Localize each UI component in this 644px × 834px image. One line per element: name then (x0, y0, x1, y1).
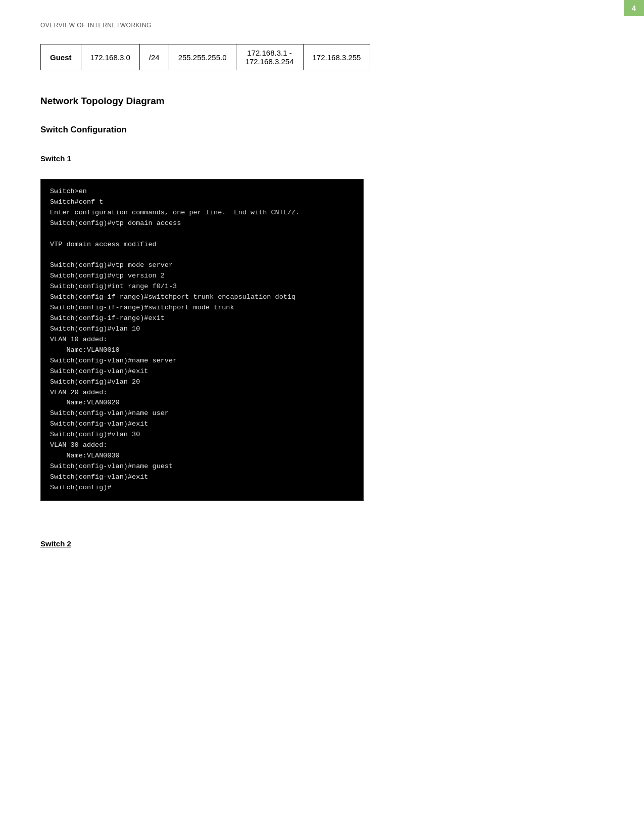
terminal-line: Switch(config-vlan)#name user (50, 408, 354, 419)
table-cell-network: 172.168.3.0 (81, 44, 139, 70)
terminal-line: Switch(config)#vtp mode server (50, 260, 354, 271)
table-cell-subnet: 255.255.255.0 (169, 44, 236, 70)
terminal-line: Switch(config-vlan)#exit (50, 419, 354, 430)
switch2-label: Switch 2 (40, 539, 604, 548)
page-number-badge: 4 (624, 0, 644, 16)
topology-heading: Network Topology Diagram (40, 96, 604, 107)
terminal-block-switch1: Switch>en Switch#conf t Enter configurat… (40, 179, 364, 501)
page-number: 4 (632, 4, 636, 12)
terminal-line: Switch(config-vlan)#exit (50, 472, 354, 483)
terminal-line (50, 229, 354, 240)
terminal-line: Name:VLAN0010 (50, 345, 354, 356)
terminal-line: VLAN 30 added: (50, 440, 354, 451)
table-cell-cidr: /24 (139, 44, 169, 70)
terminal-line: VLAN 20 added: (50, 388, 354, 398)
table-cell-host-range: 172.168.3.1 -172.168.3.254 (236, 44, 303, 70)
terminal-line: Enter configuration commands, one per li… (50, 208, 354, 218)
terminal-line: Switch(config)# (50, 483, 354, 493)
terminal-line: Switch(config)#vtp domain access (50, 218, 354, 229)
terminal-line: Switch(config-if-range)#switchport trunk… (50, 292, 354, 303)
page-container: 4 OVERVIEW OF INTERNETWORKING Guest 172.… (0, 0, 644, 834)
table-row: Guest 172.168.3.0 /24 255.255.255.0 172.… (41, 44, 370, 70)
table-cell-broadcast: 172.168.3.255 (303, 44, 370, 70)
terminal-line: Switch(config-vlan)#name server (50, 356, 354, 366)
terminal-line: Switch(config-if-range)#switchport mode … (50, 303, 354, 313)
terminal-line: Switch(config)#vlan 30 (50, 430, 354, 440)
terminal-line: Switch(config)#vtp version 2 (50, 271, 354, 282)
switch-config-heading: Switch Configuration (40, 125, 604, 135)
terminal-line (50, 250, 354, 261)
table-cell-label: Guest (41, 44, 81, 70)
terminal-line: Switch(config)#vlan 10 (50, 324, 354, 335)
terminal-line: Switch>en (50, 187, 354, 197)
terminal-line: VLAN 10 added: (50, 335, 354, 345)
terminal-line: VTP domain access modified (50, 240, 354, 250)
terminal-line: Name:VLAN0020 (50, 398, 354, 408)
network-table: Guest 172.168.3.0 /24 255.255.255.0 172.… (40, 44, 370, 70)
terminal-line: Switch(config-vlan)#exit (50, 366, 354, 377)
header-bar: OVERVIEW OF INTERNETWORKING (40, 20, 604, 29)
switch1-label: Switch 1 (40, 154, 604, 163)
terminal-line: Switch(config-vlan)#name guest (50, 461, 354, 472)
terminal-line: Switch(config)#vlan 20 (50, 377, 354, 388)
terminal-line: Switch#conf t (50, 197, 354, 208)
terminal-line: Switch(config-if-range)#exit (50, 313, 354, 324)
terminal-line: Name:VLAN0030 (50, 451, 354, 461)
terminal-line: Switch(config)#int range f0/1-3 (50, 282, 354, 292)
header-title: OVERVIEW OF INTERNETWORKING (40, 22, 152, 29)
